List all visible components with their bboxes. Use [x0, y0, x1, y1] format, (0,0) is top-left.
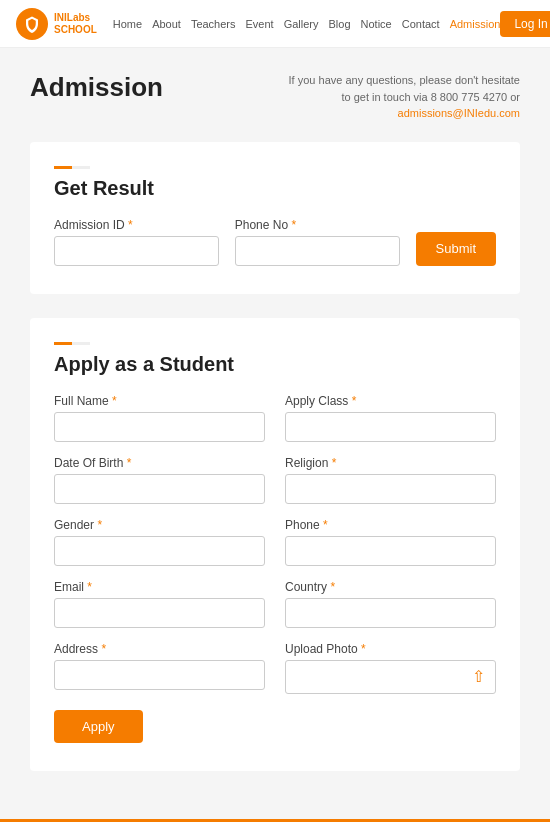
upload-icon: ⇧: [472, 667, 485, 686]
apply-class-input[interactable]: [285, 412, 496, 442]
site-header: INILabs SCHOOL Home About Teachers Event…: [0, 0, 550, 48]
apply-form-grid: Full Name * Apply Class * Date Of Birth …: [54, 394, 496, 694]
admission-header: Admission If you have any questions, ple…: [30, 72, 520, 122]
get-result-card: Get Result Admission ID * Phone No * Sub…: [30, 142, 520, 294]
admission-id-label: Admission ID *: [54, 218, 219, 232]
admission-id-group: Admission ID *: [54, 218, 219, 266]
nav-blog[interactable]: Blog: [329, 18, 351, 30]
apply-button[interactable]: Apply: [54, 710, 143, 743]
phone-input[interactable]: [285, 536, 496, 566]
card-accent-bar-2: [54, 342, 90, 345]
phone-no-group: Phone No *: [235, 218, 400, 266]
full-name-group: Full Name *: [54, 394, 265, 442]
logo-icon: [16, 8, 48, 40]
nav-event[interactable]: Event: [246, 18, 274, 30]
admission-email[interactable]: admissions@INIedu.com: [398, 107, 520, 119]
nav-home[interactable]: Home: [113, 18, 142, 30]
page-content: Admission If you have any questions, ple…: [0, 48, 550, 819]
nav-teachers[interactable]: Teachers: [191, 18, 236, 30]
address-group: Address *: [54, 642, 265, 694]
nav-about[interactable]: About: [152, 18, 181, 30]
gender-label: Gender *: [54, 518, 265, 532]
upload-photo-input[interactable]: ⇧: [285, 660, 496, 694]
email-label: Email *: [54, 580, 265, 594]
get-result-form-row: Admission ID * Phone No * Submit: [54, 218, 496, 266]
country-label: Country *: [285, 580, 496, 594]
nav-admission[interactable]: Admission: [450, 18, 501, 30]
apply-form-card: Apply as a Student Full Name * Apply Cla…: [30, 318, 520, 771]
religion-group: Religion *: [285, 456, 496, 504]
page-title: Admission: [30, 72, 163, 103]
gender-group: Gender *: [54, 518, 265, 566]
card-accent-bar: [54, 166, 90, 169]
nav-notice[interactable]: Notice: [361, 18, 392, 30]
email-group: Email *: [54, 580, 265, 628]
dob-input[interactable]: [54, 474, 265, 504]
phone-group: Phone *: [285, 518, 496, 566]
address-input[interactable]: [54, 660, 265, 690]
religion-input[interactable]: [285, 474, 496, 504]
logo: INILabs SCHOOL: [16, 8, 97, 40]
dob-label: Date Of Birth *: [54, 456, 265, 470]
country-group: Country *: [285, 580, 496, 628]
nav-gallery[interactable]: Gallery: [284, 18, 319, 30]
upload-photo-group: Upload Photo * ⇧: [285, 642, 496, 694]
site-footer: INILabs School is an independent, non-go…: [0, 819, 550, 823]
submit-button[interactable]: Submit: [416, 232, 496, 266]
phone-no-label: Phone No *: [235, 218, 400, 232]
email-input[interactable]: [54, 598, 265, 628]
apply-class-label: Apply Class *: [285, 394, 496, 408]
main-nav: Home About Teachers Event Gallery Blog N…: [113, 18, 501, 30]
full-name-label: Full Name *: [54, 394, 265, 408]
logo-text: INILabs SCHOOL: [54, 12, 97, 36]
upload-photo-label: Upload Photo *: [285, 642, 496, 656]
gender-input[interactable]: [54, 536, 265, 566]
nav-contact[interactable]: Contact: [402, 18, 440, 30]
religion-label: Religion *: [285, 456, 496, 470]
address-label: Address *: [54, 642, 265, 656]
country-input[interactable]: [285, 598, 496, 628]
full-name-input[interactable]: [54, 412, 265, 442]
apply-class-group: Apply Class *: [285, 394, 496, 442]
phone-no-input[interactable]: [235, 236, 400, 266]
dob-group: Date Of Birth *: [54, 456, 265, 504]
get-result-title: Get Result: [54, 177, 496, 200]
shield-icon: [23, 15, 41, 33]
admission-info: If you have any questions, please don't …: [280, 72, 520, 122]
phone-label: Phone *: [285, 518, 496, 532]
admission-id-input[interactable]: [54, 236, 219, 266]
apply-form-title: Apply as a Student: [54, 353, 496, 376]
login-button[interactable]: Log In: [500, 11, 550, 37]
